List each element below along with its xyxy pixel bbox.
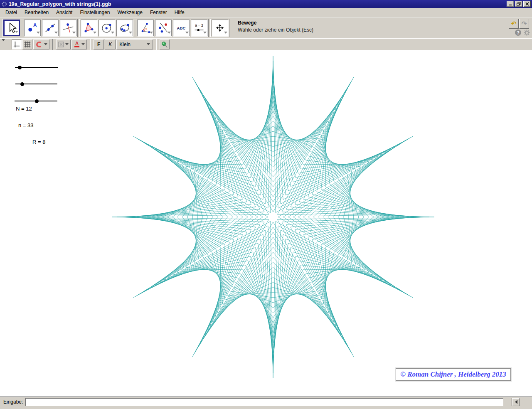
point-capturing-button[interactable] — [33, 39, 49, 49]
dropdown-arrow-icon — [65, 43, 69, 47]
color-a-icon: A — [74, 41, 80, 48]
grid-icon — [24, 41, 31, 48]
menu-werkzeuge[interactable]: Werkzeuge — [113, 8, 146, 17]
dropdown-arrow-icon — [147, 43, 150, 47]
font-size-dropdown[interactable]: Klein — [116, 39, 153, 49]
italic-button[interactable]: K — [105, 39, 116, 49]
object-visibility-button[interactable] — [56, 39, 71, 49]
tool-dropdown-arrow[interactable] — [224, 32, 227, 35]
title-bar: 19a_Regular_polygon_with strings(1).ggb — [0, 0, 532, 8]
font-size-value: Klein — [119, 42, 131, 47]
toolbar: A — [0, 17, 532, 38]
tool-dropdown-arrow[interactable] — [111, 32, 114, 35]
polygon-tool-button[interactable] — [81, 20, 97, 36]
tool-status-hint: Wähle oder ziehe ein Objekt (Esc) — [238, 27, 313, 33]
slider-R-label[interactable]: R = 8 — [32, 139, 45, 145]
tool-dropdown-arrow[interactable] — [93, 32, 96, 35]
perpendicular-line-tool-button[interactable] — [60, 20, 76, 36]
input-bar: Eingabe: — [0, 396, 532, 407]
slider-N-handle[interactable] — [18, 66, 22, 69]
svg-text:A: A — [33, 22, 37, 28]
redo-icon: ↷ — [522, 20, 527, 27]
close-button[interactable] — [523, 1, 531, 7]
axes-icon — [13, 41, 20, 48]
copyright-box: © Roman Chijner , Heidelberg 2013 — [396, 368, 511, 381]
magnet-icon — [35, 41, 43, 48]
separator — [90, 39, 91, 50]
settings-gear-icon[interactable] — [524, 30, 530, 36]
triangle-left-icon — [513, 400, 517, 404]
svg-text:a = 2: a = 2 — [195, 23, 203, 27]
tool-dropdown-arrow[interactable] — [129, 32, 132, 35]
move-tool-button[interactable] — [3, 20, 20, 36]
menu-bar: Datei Bearbeiten Ansicht Einstellungen W… — [0, 8, 532, 17]
tool-dropdown-arrow[interactable] — [72, 32, 76, 35]
text-tool-button[interactable]: ABC — [173, 20, 190, 36]
svg-text:A: A — [75, 41, 79, 47]
move-graphics-view-tool-button[interactable] — [212, 20, 228, 36]
redo-button[interactable]: ↷ — [519, 19, 529, 29]
menu-bearbeiten[interactable]: Bearbeiten — [21, 8, 52, 17]
toggle-grid-button[interactable] — [22, 39, 32, 49]
menu-datei[interactable]: Datei — [2, 8, 21, 17]
italic-label: K — [108, 42, 112, 47]
tool-dropdown-arrow[interactable] — [54, 32, 58, 35]
tool-status-title: Bewege — [238, 20, 313, 26]
ellipse-tool-button[interactable] — [116, 20, 133, 36]
string-art-svg — [0, 50, 532, 396]
angle-tool-button[interactable]: α — [137, 20, 154, 36]
svg-text:α: α — [145, 27, 148, 30]
separator — [156, 39, 157, 50]
bold-label: F — [97, 42, 100, 47]
pin-to-screen-button[interactable] — [160, 39, 170, 49]
tool-dropdown-arrow[interactable] — [150, 32, 153, 35]
circle-tool-button[interactable] — [99, 20, 115, 36]
style-bar: A F K Klein — [0, 38, 532, 50]
text-color-button[interactable]: A — [71, 39, 87, 49]
slider-n-handle[interactable] — [20, 82, 24, 86]
dropdown-arrow-icon — [44, 43, 47, 47]
input-help-button[interactable] — [512, 398, 520, 406]
window-title: 19a_Regular_polygon_with strings(1).ggb — [9, 1, 506, 7]
menu-einstellungen[interactable]: Einstellungen — [76, 8, 113, 17]
mirror-tool-button[interactable] — [155, 20, 172, 36]
restore-button[interactable] — [515, 1, 522, 7]
undo-icon: ↶ — [511, 20, 517, 27]
checkbox-x-icon — [58, 42, 64, 47]
undo-button[interactable]: ↶ — [509, 19, 519, 29]
slider-n-label[interactable]: n = 33 — [18, 122, 34, 128]
menu-ansicht[interactable]: Ansicht — [52, 8, 76, 17]
graphics-view[interactable]: N = 12 n = 33 R = 8 © Roman Chijner , He… — [0, 50, 532, 396]
line-tool-button[interactable] — [42, 20, 59, 36]
tool-dropdown-arrow[interactable] — [37, 32, 40, 35]
window-bottom-edge — [0, 407, 532, 409]
svg-text:ABC: ABC — [177, 26, 186, 30]
dropdown-arrow-icon — [81, 43, 85, 47]
slider-N-label[interactable]: N = 12 — [16, 106, 32, 112]
input-label: Eingabe: — [3, 399, 23, 405]
tool-dropdown-arrow[interactable] — [15, 31, 18, 34]
minimize-button[interactable] — [507, 1, 514, 7]
menu-fenster[interactable]: Fenster — [146, 8, 171, 17]
tool-dropdown-arrow[interactable] — [203, 32, 207, 35]
slider-tool-button[interactable]: a = 2 — [191, 20, 207, 36]
stylebar-collapse-icon[interactable] — [2, 39, 5, 43]
point-tool-button[interactable]: A — [24, 20, 41, 36]
geogebra-logo-icon — [1, 1, 7, 7]
tool-dropdown-arrow[interactable] — [185, 32, 189, 35]
slider-R-handle[interactable] — [35, 99, 39, 103]
tool-dropdown-arrow[interactable] — [167, 32, 171, 35]
bold-button[interactable]: F — [94, 39, 104, 49]
menu-hilfe[interactable]: Hilfe — [171, 8, 188, 17]
separator — [52, 39, 53, 50]
pushpin-icon — [161, 41, 168, 48]
toggle-axes-button[interactable] — [12, 39, 22, 49]
tool-status: Bewege Wähle oder ziehe ein Objekt (Esc) — [238, 20, 313, 33]
help-icon[interactable]: ? — [515, 30, 521, 36]
algebra-input[interactable] — [25, 398, 503, 406]
